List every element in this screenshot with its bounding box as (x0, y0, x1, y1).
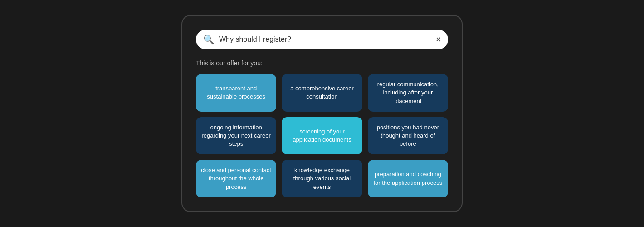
cards-grid: transparent and sustainable processesa c… (196, 74, 448, 197)
card-regular-communication[interactable]: regular communication, including after y… (368, 74, 448, 112)
close-icon[interactable]: × (436, 35, 441, 44)
card-preparation-coaching[interactable]: preparation and coaching for the applica… (368, 160, 448, 197)
search-input[interactable] (219, 35, 431, 44)
card-ongoing-information[interactable]: ongoing information regarding your next … (196, 117, 276, 155)
search-bar: 🔍 × (196, 30, 448, 49)
modal-container: 🔍 × This is our offer for you: transpare… (181, 15, 463, 212)
offer-label: This is our offer for you: (196, 59, 448, 67)
card-transparent-processes[interactable]: transparent and sustainable processes (196, 74, 276, 112)
card-career-consultation[interactable]: a comprehensive career consultation (282, 74, 362, 112)
search-icon: 🔍 (203, 34, 215, 45)
card-knowledge-exchange[interactable]: knowledge exchange through various socia… (282, 160, 362, 197)
card-screening-documents[interactable]: screening of your application documents (282, 117, 362, 155)
card-positions-never-heard[interactable]: positions you had never thought and hear… (368, 117, 448, 155)
card-close-contact[interactable]: close and personal contact throughout th… (196, 160, 276, 197)
